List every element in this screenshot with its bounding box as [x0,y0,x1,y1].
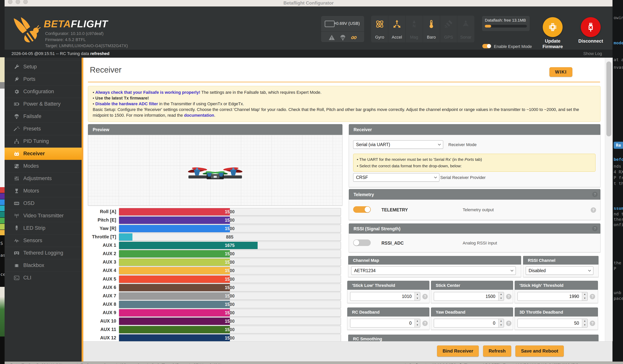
dataflash-progressbar [485,25,527,27]
rssi-channel-select[interactable]: Disabled [526,266,593,275]
usb-disconnect-icon [585,22,596,32]
sidebar-item-label: Modes [23,163,39,169]
sidebar-item-label: Setup [23,64,37,70]
sidebar-item-label: Receiver [23,151,45,157]
toggles-icon [14,163,20,169]
sidebar-item-pid-tuning[interactable]: PID Tuning [5,135,82,148]
channel-label-aux-2: AUX 2 [84,250,116,257]
receiver-panel-header: Receiver [349,124,601,135]
spinner-arrows[interactable]: ▲▼ [415,292,420,300]
stick-high-threshold-help-icon[interactable]: ? [590,294,595,299]
sidebar-item-configuration[interactable]: Configuration [5,85,82,98]
background-text-fragment: owin [614,15,623,20]
sidebar-item-receiver[interactable]: Receiver [5,148,82,160]
receiver-mode-label: Receiver Mode [448,142,477,147]
sidebar-item-modes[interactable]: Modes [5,160,82,172]
sidebar-item-label: Video Transmitter [23,213,64,219]
battery-voltage: 0.69V (USB) [336,21,360,26]
documentation-link[interactable]: documentation [184,113,214,118]
cpu-chip-icon [548,22,558,32]
content-scrollbar[interactable] [605,58,613,341]
stick-center-input[interactable]: ▲▼ [434,292,504,301]
rc-deadband-help-icon[interactable]: ? [422,321,428,326]
sidebar-item-failsafe[interactable]: Failsafe [5,110,82,123]
sidebar-item-sensors[interactable]: Sensors [5,234,82,247]
failsafe-link[interactable]: Always check that your Failsafe is worki… [95,90,200,95]
sensor-mag: NMag [405,16,423,43]
telemetry-help-icon[interactable]: ? [592,192,598,197]
wiki-button[interactable]: WIKI [549,67,572,77]
receiver-help-note: • Always check that your Failsafe is wor… [88,86,601,122]
sidebar-item-tethered-logging[interactable]: Tethered Logging [5,247,82,259]
3d-throttle-deadband-help-icon[interactable]: ? [590,321,595,326]
yaw-deadband-input[interactable]: ▲▼ [434,319,504,327]
yaw-deadband-help-icon[interactable]: ? [506,321,512,326]
firmware-version: Firmware: 4.5.2 BTFL [45,37,86,42]
rssi-help-icon[interactable]: ? [592,226,598,231]
sidebar-item-presets[interactable]: Presets [5,123,82,135]
firmware-target: Target: LMNR/LUXHDAIO-G4(STM32G47X) [45,43,128,48]
refresh-button[interactable]: Refresh [483,345,511,357]
spinner-arrows[interactable]: ▲▼ [582,319,587,327]
stick-low-threshold-help-icon[interactable]: ? [422,294,428,299]
update-firmware-button[interactable]: Update Firmware [537,17,568,49]
sidebar-item-setup[interactable]: Setup [5,61,82,73]
background-text-fragment: S [0,241,3,246]
sidebar-item-motors[interactable]: Motors [5,185,82,197]
background-text-fragment: ther [614,217,623,222]
channel-map-header: Channel Map [348,256,521,265]
background-text-fragment: at a [614,57,623,62]
sidebar-item-adjustments[interactable]: Adjustments [5,172,82,185]
preview-3d-model[interactable] [88,135,342,206]
svg-text:N: N [413,23,416,28]
rssi-channel-header: RSSI Channel [523,256,599,265]
save-and-reboot-button[interactable]: Save and Reboot [515,345,564,357]
spinner-arrows[interactable]: ▲▼ [582,292,587,300]
channel-bar-aux-7: 15001500 [119,292,341,300]
telemetry-toggle[interactable] [353,206,371,213]
sidebar-item-osd[interactable]: OSDOSD [5,197,82,210]
channel-bar-aux-8: 15001500 [119,300,341,308]
gps-icon [444,19,453,29]
stick-center-help-icon[interactable]: ? [506,294,512,299]
led-icon [14,225,20,231]
show-log-button[interactable]: Show Log [583,50,602,58]
spinner-arrows[interactable]: ▲▼ [498,319,504,327]
plug-icon [14,76,20,82]
adc-filter-link[interactable]: Disable the hardware ADC filter [95,101,158,106]
background-text-fragment: pace [614,296,623,301]
sensor-gps: GPS [440,16,457,43]
uart-note: • The UART for the receiver must be set … [353,154,596,172]
spinner-arrows[interactable]: ▲▼ [498,292,504,300]
sidebar-item-led-strip[interactable]: LED Strip [5,222,82,235]
sidebar-item-label: Tethered Logging [23,250,63,256]
sidebar-item-cli[interactable]: CLI [5,272,82,284]
sidebar-item-ports[interactable]: Ports [5,73,82,86]
scrollbar-thumb[interactable] [606,62,611,136]
rc-deadband-header: RC Deadband [347,307,429,317]
rssi-adc-toggle[interactable] [353,239,371,246]
expert-mode-toggle[interactable] [482,44,491,48]
svg-text:OSD: OSD [15,202,19,205]
background-text-fragment: as [0,253,5,258]
disconnect-button[interactable]: Disconnect [576,17,606,44]
sensor-label: Gyro [371,35,388,40]
sidebar-item-label: Configuration [23,89,54,95]
telemetry-output-help-icon[interactable]: ? [591,207,596,213]
spinner-arrows[interactable]: ▲▼ [415,319,420,327]
stick-low-threshold-input[interactable]: ▲▼ [350,292,420,301]
stick-high-threshold-input[interactable]: ▲▼ [517,292,588,301]
serial-receiver-provider-select[interactable]: CRSF [353,173,439,182]
channel-map-select[interactable]: AETR1234 [351,266,516,275]
terminal-icon [14,275,20,281]
sidebar-item-blackbox[interactable]: Blackbox [5,259,82,272]
mag-icon: N [409,19,419,29]
receiver-mode-select[interactable]: Serial (via UART) [353,140,443,149]
sidebar-item-video-transmitter[interactable]: Video Transmitter [5,210,82,222]
bind-receiver-button[interactable]: Bind Receiver [437,345,479,357]
sensor-sonar: Sonar [457,16,474,43]
rssi-switch-name: RSSI_ADC [381,241,404,246]
sidebar-item-power-battery[interactable]: Power & Battery [5,98,82,110]
rc-deadband-input[interactable]: ▲▼ [350,319,420,327]
3d-throttle-deadband-input[interactable]: ▲▼ [517,319,588,327]
